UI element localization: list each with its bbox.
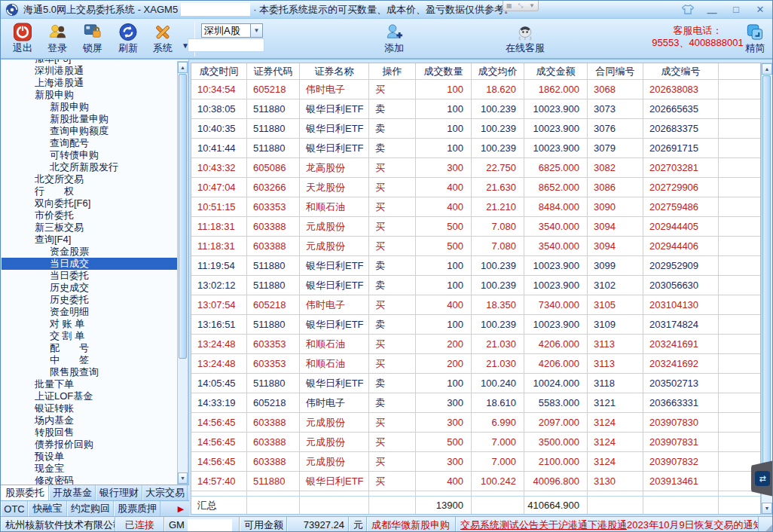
sidebar-item[interactable]: 配 号 bbox=[2, 342, 188, 354]
sidebar-item[interactable]: 深圳港股通 bbox=[2, 65, 188, 77]
table-row[interactable]: 10:40:35511880银华日利ETF卖100100.23910023.90… bbox=[191, 119, 760, 139]
table-row[interactable]: 10:51:15603353和顺石油买40021.2108484.0003090… bbox=[191, 197, 760, 217]
sidebar-item[interactable]: 对 账 单 bbox=[2, 318, 188, 330]
sidebar-item[interactable]: 交 割 单 bbox=[2, 330, 188, 342]
table-row[interactable]: 10:47:04603266天龙股份买40021.6308652.0003086… bbox=[191, 178, 760, 197]
table-row[interactable]: 11:19:54511880银华日利ETF卖100100.23910023.90… bbox=[191, 256, 760, 276]
sidebar-item[interactable]: 查询申购额度 bbox=[2, 125, 188, 137]
cell-time: 14:56:45 bbox=[191, 413, 247, 433]
exit-button[interactable]: 退出 bbox=[5, 21, 40, 57]
login-button[interactable]: 登录 bbox=[40, 21, 75, 57]
resize-grip[interactable]: ◢ bbox=[759, 517, 773, 532]
sidebar-item[interactable]: 查询配号 bbox=[2, 137, 188, 149]
sidebar-item[interactable]: 行 权 bbox=[2, 185, 188, 197]
remote-support-overlay[interactable]: ⇄ bbox=[751, 460, 773, 497]
tab-row-1: 股票委托开放基金银行理财大宗交易 bbox=[1, 485, 189, 500]
table-row[interactable]: 13:16:51511880银华日利ETF卖100100.23910023.90… bbox=[191, 315, 760, 335]
tab-约定购回[interactable]: 约定购回 bbox=[67, 501, 114, 516]
scroll-down-icon[interactable]: ▼ bbox=[762, 503, 772, 514]
table-row[interactable]: 14:33:19605218伟时电子卖30018.6105583.0003121… bbox=[191, 393, 760, 413]
table-row[interactable]: 11:18:31603388元成股份买5007.0803540.00030942… bbox=[191, 217, 760, 237]
close-button[interactable]: ✕ bbox=[753, 2, 768, 16]
sidebar-item[interactable]: 北交所交易 bbox=[2, 173, 188, 185]
market-select[interactable]: 深圳A股 ▼ bbox=[201, 23, 263, 38]
table-row[interactable]: 10:38:05511880银华日利ETF卖100100.23910023.90… bbox=[191, 99, 760, 119]
sidebar-item[interactable]: 新股批量申购 bbox=[2, 113, 188, 125]
online-service-button[interactable]: 在线客服 bbox=[502, 21, 548, 57]
sidebar-item[interactable]: 预设单 bbox=[2, 451, 188, 463]
add-button[interactable]: 添加 bbox=[375, 21, 413, 57]
table-row[interactable]: 14:57:40511880银华日利ETF买400100.24240096.80… bbox=[191, 472, 760, 491]
more-tabs-arrow-icon[interactable]: ▶ bbox=[173, 501, 189, 516]
table-row[interactable]: 14:05:45511880银华日利ETF卖100100.24010024.00… bbox=[191, 374, 760, 393]
cell-deal: 203104130 bbox=[643, 295, 719, 315]
tab-大宗交易[interactable]: 大宗交易 bbox=[142, 485, 188, 500]
tab-开放基金[interactable]: 开放基金 bbox=[49, 485, 96, 500]
tab-OTC[interactable]: OTC bbox=[1, 501, 28, 516]
table-row[interactable]: 11:18:31603388元成股份买5007.0803540.00030942… bbox=[191, 237, 760, 256]
sidebar-item[interactable]: 历史委托 bbox=[2, 294, 188, 306]
sidebar-item[interactable]: 北交所新股发行 bbox=[2, 161, 188, 173]
table-scrollbar[interactable]: ▲ ▼ bbox=[761, 63, 773, 515]
table-row[interactable]: 14:56:45603388元成股份买5007.0003500.00031242… bbox=[191, 433, 760, 452]
chevron-down-icon[interactable]: ▼ bbox=[250, 24, 262, 37]
cell-deal: 202944405 bbox=[643, 217, 719, 237]
table-row[interactable]: 13:02:12511880银华日利ETF卖100100.23910023.90… bbox=[191, 276, 760, 295]
minimize-button[interactable]: — bbox=[704, 2, 720, 16]
tab-银行理财[interactable]: 银行理财 bbox=[96, 485, 142, 500]
scroll-down-icon[interactable]: ▼ bbox=[178, 472, 188, 484]
cell-code: 511880 bbox=[247, 256, 300, 276]
compact-mode-button[interactable]: 精简 bbox=[738, 21, 772, 57]
floating-capture-widget[interactable]: ▦ ⤡ ▼ bbox=[503, 1, 539, 11]
scroll-up-icon[interactable]: ▲ bbox=[762, 63, 772, 75]
account-input[interactable] bbox=[188, 38, 264, 52]
table-row[interactable]: 14:56:45603388元成股份买3006.9902097.00031242… bbox=[191, 413, 760, 433]
status-ipo-notice[interactable]: 成都华微新股申购 bbox=[367, 517, 456, 532]
table-row[interactable]: 13:24:48603353和顺石油买20021.0304206.0003113… bbox=[191, 354, 760, 374]
news-link[interactable]: 交易系统测试公告关于沪港通下港股通 bbox=[460, 518, 627, 532]
maximize-button[interactable]: □ bbox=[729, 2, 744, 16]
scrollbar-thumb[interactable] bbox=[179, 74, 187, 359]
table-row[interactable]: 10:41:44511880银华日利ETF卖100100.23910023.90… bbox=[191, 139, 760, 158]
system-button[interactable]: 系统 bbox=[145, 21, 180, 57]
skin-button[interactable] bbox=[680, 2, 695, 16]
sidebar-item[interactable]: 新三板交易 bbox=[2, 222, 188, 234]
sidebar-item[interactable]: 债券报价回购 bbox=[2, 439, 188, 451]
sidebar-item[interactable]: 中 签 bbox=[2, 354, 188, 366]
sidebar-item[interactable]: 资金股票 bbox=[2, 246, 188, 258]
sidebar-item[interactable]: 现金宝 bbox=[2, 463, 188, 475]
table-row[interactable]: 13:07:54605218伟时电子买40018.3507340.0003105… bbox=[191, 295, 760, 315]
sidebar-item[interactable]: 市价委托 bbox=[2, 209, 188, 222]
sidebar-item[interactable]: 新股申购 bbox=[2, 101, 188, 113]
table-row[interactable]: 13:24:48603353和顺石油买20021.0304206.0003113… bbox=[191, 335, 760, 354]
sidebar-item[interactable]: 查询[F4] bbox=[2, 234, 188, 246]
sidebar-item[interactable]: 资金明细 bbox=[2, 306, 188, 318]
sidebar-item[interactable]: 上证LOF基金 bbox=[2, 390, 188, 402]
sidebar-item[interactable]: 批量下单 bbox=[2, 378, 188, 390]
tab-股票委托[interactable]: 股票委托 bbox=[1, 485, 49, 500]
scroll-up-icon[interactable]: ▲ bbox=[178, 62, 188, 73]
sidebar-item[interactable]: 当日委托 bbox=[2, 270, 188, 282]
sidebar-scrollbar[interactable]: ▲ ▼ bbox=[177, 61, 188, 485]
sidebar-item[interactable]: 历史成交 bbox=[2, 282, 188, 294]
sidebar-item[interactable]: 撤单[F3] bbox=[2, 60, 188, 65]
table-row[interactable]: 10:34:54605218伟时电子买10018.6201862.0003068… bbox=[191, 80, 760, 99]
sidebar-item[interactable]: 修改密码 bbox=[2, 475, 188, 485]
tab-股票质押[interactable]: 股票质押 bbox=[114, 501, 160, 516]
sidebar-item[interactable]: 限售股查询 bbox=[2, 366, 188, 378]
sidebar-item[interactable]: 新股申购 bbox=[2, 89, 188, 101]
sidebar-item[interactable]: 上海港股通 bbox=[2, 77, 188, 89]
sidebar-item[interactable]: 可转债申购 bbox=[2, 149, 188, 161]
status-news-ticker[interactable]: 交易系统测试公告关于沪港通下港股通2023年10月9日恢复交易的通知海通 bbox=[456, 517, 759, 532]
sidebar-item[interactable]: 场内基金 bbox=[2, 414, 188, 427]
sidebar-item[interactable]: 双向委托[F6] bbox=[2, 197, 188, 209]
scrollbar-thumb[interactable] bbox=[762, 75, 771, 487]
table-row[interactable]: 10:43:32605086龙高股份买30022.7506825.0003082… bbox=[191, 158, 760, 178]
lock-screen-button[interactable]: 锁屏 bbox=[75, 21, 110, 57]
table-row[interactable]: 14:56:45603388元成股份买3007.0002100.00031242… bbox=[191, 452, 760, 472]
sidebar-item[interactable]: 转股回售 bbox=[2, 427, 188, 439]
tab-快融宝[interactable]: 快融宝 bbox=[28, 501, 67, 516]
refresh-button[interactable]: 刷新 bbox=[111, 21, 145, 57]
sidebar-item[interactable]: 银证转账 bbox=[2, 402, 188, 414]
sidebar-item[interactable]: 当日成交 bbox=[2, 258, 188, 270]
